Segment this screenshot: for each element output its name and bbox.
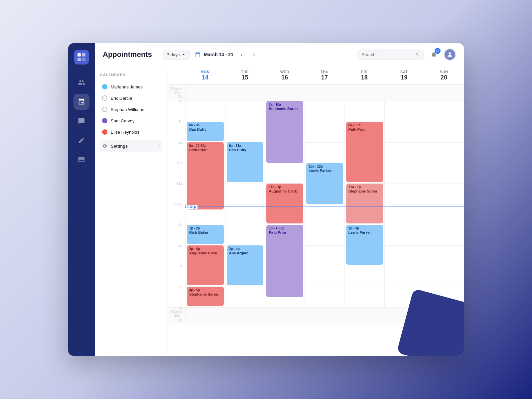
notification-badge: 12 [435, 48, 441, 54]
day-col-mon: 8a - 9a Dan Duffy 9a - 12:30p Patti Prio… [185, 101, 225, 307]
cal-name-stephan: Stephan Williams [111, 107, 144, 112]
cal-dot-elise [102, 129, 107, 135]
day-col-fri: 8a - 11a Patti Prior 11a - 1p Stephanie … [344, 101, 384, 307]
svg-rect-2 [77, 58, 81, 61]
appt-patti-1[interactable]: 9a - 12:30p Patti Prior [187, 142, 224, 209]
appt-rich[interactable]: 1p - 2p Rich Baker [187, 225, 224, 244]
date-range: March 14 - 21 [204, 52, 233, 57]
settings-label: Settings [111, 144, 155, 149]
search-wrapper: 12 [357, 49, 456, 61]
chevron-down-icon [182, 53, 186, 57]
time-11a: 11a [177, 182, 183, 186]
day-header-mon: MON 14 [185, 66, 225, 84]
search-input[interactable] [362, 52, 413, 57]
day-label-sun: SUN [440, 70, 448, 74]
day-header-sat: SAT 19 [384, 66, 424, 84]
day-headers: MON 14 TUE 15 WED 16 THU 17 [168, 66, 464, 85]
appt-aug-1[interactable]: 2p - 4p Augustine Clark [187, 245, 224, 285]
sidebar-item-calendar[interactable] [73, 94, 89, 110]
appt-steph-soren[interactable]: 4p - 5p Stephanie Soren [187, 287, 224, 306]
app-logo[interactable] [74, 50, 89, 65]
cal-dot-sam [102, 118, 107, 123]
cal-name-sam: Sam Carvey [111, 118, 135, 123]
calendar-item-stephan[interactable]: Stephan Williams [100, 104, 162, 115]
user-avatar[interactable] [444, 49, 456, 61]
sidebar [68, 43, 95, 356]
left-panel: CALENDARS Marianne James Eric Garcia Ste… [95, 66, 168, 356]
calendar-item-marianne[interactable]: Marianne James [100, 81, 162, 92]
cal-dot-stephan [102, 107, 107, 112]
day-label-tue: TUE [241, 70, 249, 74]
time-9a: 9a [179, 140, 183, 144]
notification-button[interactable]: 12 [428, 49, 440, 61]
cal-name-marianne: Marianne James [111, 84, 143, 89]
appt-patti-fri[interactable]: 8a - 11a Patti Prior [346, 122, 383, 182]
appt-lewis-fri[interactable]: 1p - 3p Lewis Parker [346, 225, 383, 265]
chevron-right-icon: › [159, 143, 160, 149]
day-num-fri: 18 [346, 74, 382, 81]
day-col-tue: 9a - 11a Dan Duffy 2p - 4p Ana Argate [225, 101, 265, 307]
time-1p: 1p [179, 223, 183, 227]
time-grid: 7a 8a 9a 10a 11a noon 1p 2p 3p 4p 5p [168, 101, 464, 307]
settings-icon [102, 143, 107, 149]
cal-dot-marianne [102, 84, 107, 89]
settings-item[interactable]: Settings › [100, 140, 162, 152]
day-num-sun: 20 [426, 74, 462, 81]
day-num-sat: 19 [386, 74, 422, 81]
prev-button[interactable]: ‹ [237, 50, 246, 59]
appt-patti-wed[interactable]: 1p - 4:30p Patti Prior [266, 225, 303, 297]
day-label-wed: WED [280, 70, 289, 74]
day-label-fri: FRI [361, 70, 367, 74]
avatar-icon [447, 51, 453, 58]
appt-steph-wed[interactable]: 7a - 10a Stephanie Soren [266, 101, 303, 163]
topbar: Appointments 7 days March 14 - 21 ‹ › 12 [95, 43, 464, 66]
calendar-item-eric[interactable]: Eric Garcia [100, 93, 162, 103]
calendar-item-elise[interactable]: Elise Reynolds [100, 127, 162, 137]
closed-top-label: Closed12a - 7a [168, 85, 185, 101]
day-col-sun [424, 101, 464, 307]
sidebar-item-messages[interactable] [73, 113, 89, 129]
sidebar-item-edit[interactable] [73, 132, 89, 148]
time-10a: 10a [177, 161, 183, 165]
day-col-sat [384, 101, 424, 307]
appt-steph-scren[interactable]: 11a - 1p Stephanie Scren [346, 184, 383, 223]
day-num-mon: 14 [187, 74, 223, 81]
calendar-icon [195, 52, 200, 57]
appt-ana[interactable]: 2p - 4p Ana Argate [227, 245, 264, 285]
sidebar-item-card[interactable] [73, 152, 89, 168]
view-select-label: 7 days [167, 52, 180, 57]
time-7a: 7a [179, 99, 183, 103]
time-4p: 4p [179, 285, 183, 289]
closed-bottom-label: Closed12a - 7a [168, 308, 185, 324]
app-window: Appointments 7 days March 14 - 21 ‹ › 12 [68, 43, 464, 356]
appt-dan-1[interactable]: 8a - 9a Dan Duffy [187, 122, 224, 141]
nav-controls: March 14 - 21 ‹ › [195, 50, 259, 59]
time-2p: 2p [179, 243, 183, 247]
time-3p: 3p [179, 264, 183, 268]
sidebar-item-contacts[interactable] [73, 74, 89, 90]
time-8a: 8a [179, 120, 183, 124]
calendars-label: CALENDARS [100, 73, 162, 77]
cal-dot-eric [102, 95, 107, 101]
day-header-sun: SUN 20 [424, 66, 464, 84]
day-label-thu: THU [321, 70, 329, 74]
day-label-sat: SAT [400, 70, 408, 74]
appt-dan-2[interactable]: 9a - 11a Dan Duffy [227, 142, 264, 182]
appt-lewis-thu[interactable]: 10a - 12p Lewis Parker [306, 163, 343, 204]
time-5p: 5p [179, 305, 183, 309]
page-title: Appointments [103, 50, 152, 59]
cal-name-elise: Elise Reynolds [111, 130, 139, 135]
day-num-wed: 16 [267, 74, 303, 81]
day-label-mon: MON [200, 70, 209, 74]
calendar-item-sam[interactable]: Sam Carvey [100, 115, 162, 126]
search-icon [416, 52, 420, 57]
cal-name-eric: Eric Garcia [111, 96, 132, 101]
appt-aug-wed[interactable]: 11a - 1p Augustine Clark [266, 184, 303, 223]
day-header-wed: WED 16 [265, 66, 305, 84]
day-col-wed: 7a - 10a Stephanie Soren 11a - 1p August… [265, 101, 305, 307]
time-noon: noon [175, 202, 183, 206]
time-labels-col: 7a 8a 9a 10a 11a noon 1p 2p 3p 4p 5p [168, 101, 185, 307]
view-select[interactable]: 7 days [163, 50, 190, 60]
next-button[interactable]: › [249, 50, 259, 59]
time-gutter-header [168, 66, 185, 84]
